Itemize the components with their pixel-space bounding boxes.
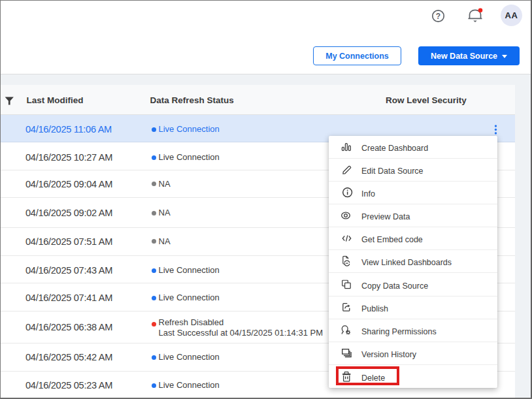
svg-text:?: ? — [436, 12, 441, 21]
